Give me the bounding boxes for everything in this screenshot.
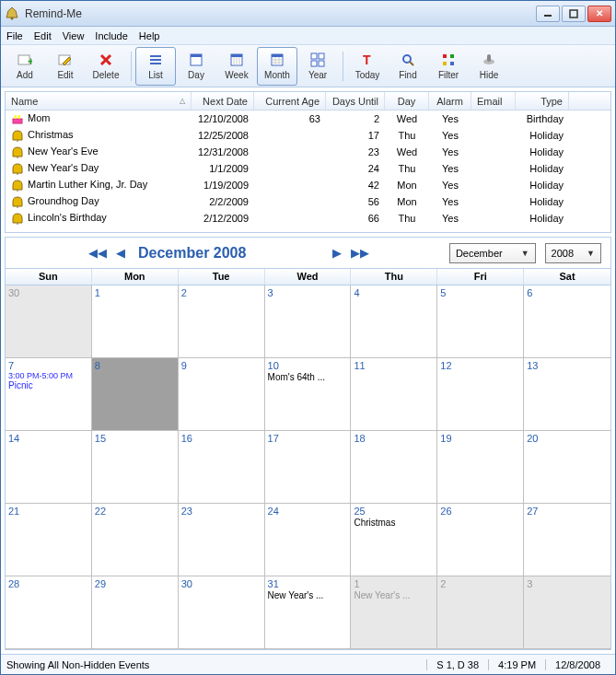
table-row[interactable]: Christmas12/25/200817ThuYesHoliday [6,127,610,144]
svg-rect-36 [15,115,17,119]
filter-button[interactable]: Filter [428,47,469,86]
menu-include[interactable]: Include [95,30,127,41]
calendar-cell[interactable]: 19 [437,431,524,504]
col-current-age[interactable]: Current Age [254,92,326,110]
calendar-cell[interactable]: 24 [265,504,352,576]
calendar-cell[interactable]: 31New Year's ... [265,576,352,649]
calendar-cell[interactable]: 29 [92,576,179,649]
list-body[interactable]: Mom12/10/2008632WedYesBirthdayChristmas1… [6,111,610,232]
prev-month-button[interactable]: ◀ [116,246,125,260]
calendar-cell[interactable]: 30 [6,285,92,358]
month-select[interactable]: December▼ [449,243,536,263]
week-icon [227,52,246,68]
hide-button[interactable]: Hide [469,47,509,86]
svg-rect-24 [311,61,317,66]
calendar-cell[interactable]: 20 [524,431,610,504]
next-month-button[interactable]: ▶ [332,246,342,260]
calendar-cell[interactable]: 21 [6,504,92,576]
calendar-cell[interactable]: 11 [351,358,437,431]
calendar-cell[interactable]: 14 [6,431,92,504]
month-view-button[interactable]: Month [257,47,297,86]
add-button[interactable]: +Add [5,47,45,86]
day-header: Sat [524,269,610,285]
calendar-cell[interactable]: 1New Year's ... [351,576,437,649]
svg-rect-30 [450,54,454,58]
menu-help[interactable]: Help [139,30,160,41]
calendar-panel: ◀◀ ◀ December 2008 ▶ ▶▶ December▼ 2008▼ … [5,237,611,650]
list-header: Name△ Next Date Current Age Days Until D… [6,92,610,111]
menu-edit[interactable]: Edit [34,30,52,41]
table-row[interactable]: Mom12/10/2008632WedYesBirthday [6,111,610,127]
calendar-cell[interactable]: 26 [437,504,524,576]
calendar-cell[interactable]: 8 [92,358,179,431]
calendar-cell[interactable]: 2 [179,285,265,358]
svg-rect-25 [319,61,324,66]
calendar-cell[interactable]: 4 [351,285,437,358]
calendar-cell[interactable]: 30 [179,576,265,649]
calendar-cell[interactable]: 17 [265,431,352,504]
holiday-icon [11,212,24,225]
col-day[interactable]: Day [385,92,429,110]
delete-icon [97,52,115,68]
find-button[interactable]: Find [388,47,428,86]
menubar: File Edit View Include Help [1,27,615,45]
table-row[interactable]: Martin Luther King, Jr. Day1/19/200942Mo… [6,177,610,193]
svg-text:+: + [28,55,32,67]
minimize-button[interactable] [536,6,560,22]
table-row[interactable]: Groundhog Day2/2/200956MonYesHoliday [6,193,610,210]
svg-rect-32 [450,62,454,65]
calendar-cell[interactable]: 27 [524,504,610,576]
col-days-until[interactable]: Days Until [326,92,385,110]
svg-rect-29 [443,54,447,58]
calendar-cell[interactable]: 3 [265,285,352,358]
col-name[interactable]: Name△ [6,92,192,110]
calendar-cell[interactable]: 9 [179,358,265,431]
calendar-cell[interactable]: 1 [92,285,179,358]
pencil-icon [56,52,75,68]
calendar-grid: 3012345673:00 PM-5:00 PMPicnic8910Mom's … [6,285,610,649]
edit-button[interactable]: Edit [45,47,86,86]
col-next-date[interactable]: Next Date [192,92,254,110]
year-select[interactable]: 2008▼ [545,243,601,263]
menu-file[interactable]: File [6,30,23,41]
list-view-button[interactable]: List [135,47,176,86]
calendar-cell[interactable]: 18 [351,431,437,504]
col-type[interactable]: Type [516,92,569,110]
maximize-button[interactable] [562,6,586,22]
calendar-cell[interactable]: 16 [179,431,265,504]
calendar-cell[interactable]: 23 [179,504,265,576]
table-row[interactable]: New Year's Eve12/31/200823WedYesHoliday [6,144,610,160]
day-header: Fri [437,269,524,285]
table-row[interactable]: Lincoln's Birthday2/12/200966ThuYesHolid… [6,210,610,227]
calendar-cell[interactable]: 73:00 PM-5:00 PMPicnic [6,358,92,431]
calendar-cell[interactable]: 5 [437,285,524,358]
calendar-cell[interactable]: 25Christmas [351,504,437,576]
day-view-button[interactable]: Day [176,47,216,86]
calendar-cell[interactable]: 22 [92,504,179,576]
year-view-button[interactable]: Year [297,47,338,86]
prev-year-button[interactable]: ◀◀ [88,246,107,260]
calendar-cell[interactable]: 6 [524,285,610,358]
calendar-title: December 2008 [138,245,246,262]
calendar-day-headers: SunMonTueWedThuFriSat [6,269,610,285]
today-button[interactable]: TToday [347,47,388,86]
calendar-cell[interactable]: 2 [437,576,524,649]
calendar-cell[interactable]: 13 [524,358,610,431]
col-alarm[interactable]: Alarm [429,92,471,110]
day-icon [187,52,205,68]
calendar-cell[interactable]: 12 [437,358,524,431]
delete-button[interactable]: Delete [86,47,126,86]
holiday-icon [11,129,24,142]
menu-view[interactable]: View [63,30,85,41]
calendar-cell[interactable]: 28 [6,576,92,649]
svg-rect-2 [570,10,577,17]
calendar-cell[interactable]: 3 [524,576,610,649]
calendar-cell[interactable]: 10Mom's 64th ... [265,358,352,431]
next-year-button[interactable]: ▶▶ [351,246,369,260]
day-header: Thu [351,269,437,285]
col-email[interactable]: Email [471,92,516,110]
table-row[interactable]: New Year's Day1/1/200924ThuYesHoliday [6,160,610,177]
calendar-cell[interactable]: 15 [92,431,179,504]
close-button[interactable]: ✕ [587,6,611,22]
week-view-button[interactable]: Week [216,47,257,86]
